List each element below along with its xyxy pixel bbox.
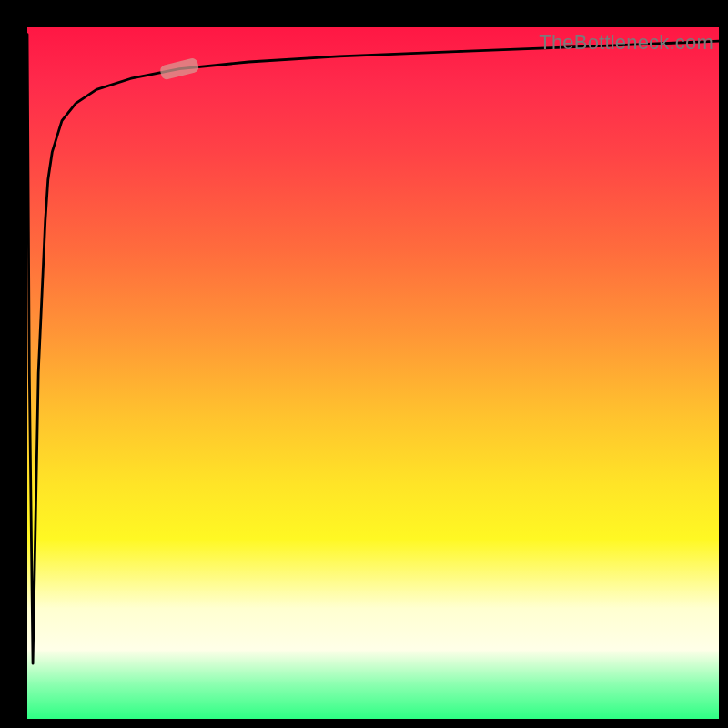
watermark-text: TheBottleneck.com xyxy=(539,31,713,55)
curve-line xyxy=(27,35,719,664)
highlight-marker xyxy=(159,57,200,81)
plot-area: TheBottleneck.com xyxy=(27,27,719,719)
curve-layer xyxy=(27,27,719,719)
chart-frame: TheBottleneck.com xyxy=(0,0,728,728)
highlight-marker-rect xyxy=(159,57,200,81)
